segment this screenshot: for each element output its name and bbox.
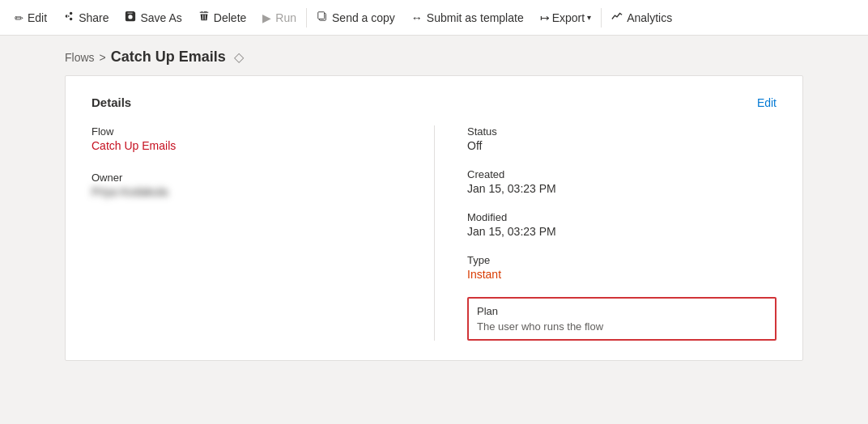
submit-template-button[interactable]: ↔ Submit as template bbox=[403, 5, 532, 31]
plan-value: The user who runs the flow bbox=[477, 320, 767, 333]
send-copy-label: Send a copy bbox=[332, 11, 395, 24]
created-label: Created bbox=[467, 168, 777, 180]
share-icon bbox=[63, 11, 74, 24]
submit-template-label: Submit as template bbox=[427, 11, 524, 24]
export-label: Export bbox=[552, 11, 585, 24]
details-card: Details Edit Flow Catch Up Emails Owner … bbox=[65, 75, 803, 361]
svg-rect-1 bbox=[318, 12, 325, 19]
submit-template-icon: ↔ bbox=[411, 11, 423, 24]
modified-label: Modified bbox=[467, 211, 777, 223]
export-icon: ↦ bbox=[540, 11, 550, 24]
toolbar-divider-2 bbox=[601, 8, 602, 28]
details-title: Details bbox=[91, 95, 131, 109]
export-chevron-icon: ▾ bbox=[587, 13, 591, 22]
breadcrumb: Flows > Catch Up Emails ◇ bbox=[0, 36, 868, 75]
flow-value[interactable]: Catch Up Emails bbox=[91, 139, 402, 152]
breadcrumb-separator: > bbox=[100, 51, 106, 64]
edit-icon bbox=[15, 11, 23, 24]
right-column: Status Off Created Jan 15, 03:23 PM Modi… bbox=[434, 125, 777, 341]
toolbar-divider-1 bbox=[306, 8, 307, 28]
type-field: Type Instant bbox=[467, 254, 777, 281]
edit-button[interactable]: Edit bbox=[6, 5, 55, 31]
export-button[interactable]: ↦ Export ▾ bbox=[532, 5, 599, 31]
run-label: Run bbox=[275, 11, 296, 24]
run-button[interactable]: ▶ Run bbox=[254, 5, 304, 31]
analytics-icon bbox=[611, 11, 623, 24]
details-header: Details Edit bbox=[91, 95, 777, 109]
delete-button[interactable]: Delete bbox=[190, 4, 254, 31]
share-button[interactable]: Share bbox=[55, 4, 117, 31]
breadcrumb-flows-link[interactable]: Flows bbox=[65, 51, 95, 64]
run-icon: ▶ bbox=[262, 11, 271, 24]
left-column: Flow Catch Up Emails Owner Priya Kodakul… bbox=[91, 125, 434, 341]
delete-label: Delete bbox=[214, 11, 246, 24]
type-value: Instant bbox=[467, 268, 777, 281]
send-copy-button[interactable]: Send a copy bbox=[308, 4, 403, 31]
modified-field: Modified Jan 15, 03:23 PM bbox=[467, 211, 777, 238]
toolbar: Edit Share Save As Delete ▶ Run bbox=[0, 0, 868, 36]
save-as-button[interactable]: Save As bbox=[117, 4, 189, 31]
edit-label: Edit bbox=[28, 11, 47, 24]
diamond-icon: ◇ bbox=[234, 49, 244, 65]
details-edit-link[interactable]: Edit bbox=[757, 96, 777, 109]
plan-field: Plan The user who runs the flow bbox=[467, 297, 777, 341]
status-field: Status Off bbox=[467, 125, 777, 152]
share-label: Share bbox=[79, 11, 108, 24]
created-value: Jan 15, 03:23 PM bbox=[467, 182, 777, 195]
details-grid: Flow Catch Up Emails Owner Priya Kodakul… bbox=[91, 125, 777, 341]
delete-icon bbox=[198, 11, 210, 24]
owner-label: Owner bbox=[91, 172, 402, 184]
plan-label: Plan bbox=[477, 305, 767, 317]
modified-value: Jan 15, 03:23 PM bbox=[467, 225, 777, 238]
type-label: Type bbox=[467, 254, 777, 266]
main-content: Details Edit Flow Catch Up Emails Owner … bbox=[0, 75, 868, 377]
flow-label: Flow bbox=[91, 125, 402, 138]
flow-field: Flow Catch Up Emails bbox=[91, 125, 402, 152]
analytics-label: Analytics bbox=[627, 11, 672, 24]
send-copy-icon bbox=[317, 11, 328, 24]
analytics-button[interactable]: Analytics bbox=[603, 4, 680, 31]
owner-value: Priya Kodakula bbox=[91, 185, 402, 198]
status-value: Off bbox=[467, 139, 777, 152]
status-label: Status bbox=[467, 125, 777, 138]
created-field: Created Jan 15, 03:23 PM bbox=[467, 168, 777, 195]
owner-field: Owner Priya Kodakula bbox=[91, 172, 402, 198]
save-as-label: Save As bbox=[140, 11, 181, 24]
save-as-icon bbox=[125, 11, 136, 24]
breadcrumb-current: Catch Up Emails bbox=[111, 49, 226, 66]
